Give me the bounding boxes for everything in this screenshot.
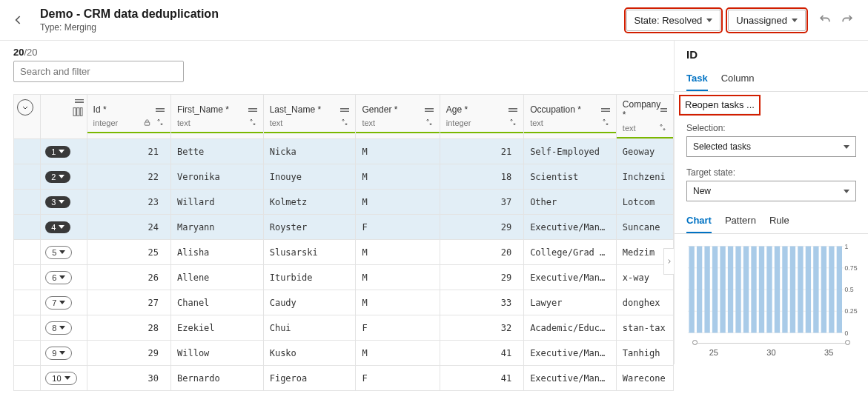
sort-icon[interactable] [340, 118, 349, 128]
cell-age[interactable]: 18 [440, 164, 523, 190]
cell-id[interactable]: 21 [87, 139, 170, 164]
cell-last-name[interactable]: Kolmetz [263, 190, 356, 215]
cell-id[interactable]: 26 [87, 265, 170, 290]
group-pill[interactable]: 1 [45, 146, 70, 158]
row-checkbox-cell[interactable] [14, 139, 41, 164]
cell-first-name[interactable]: Allene [170, 265, 263, 290]
group-pill[interactable]: 2 [45, 171, 70, 183]
cell-age[interactable]: 21 [440, 139, 523, 164]
column-header-first_name[interactable]: First_Name *text [170, 95, 263, 139]
cell-company[interactable]: Inchzeni [616, 164, 673, 190]
cell-last-name[interactable]: Inouye [263, 164, 356, 190]
column-menu-icon[interactable] [508, 108, 517, 112]
cell-age[interactable]: 41 [440, 366, 523, 391]
group-pill[interactable]: 7 [45, 296, 72, 310]
cell-id[interactable]: 29 [87, 341, 170, 366]
group-pill[interactable]: 4 [45, 221, 70, 233]
expand-all-icon[interactable] [17, 99, 33, 116]
cell-first-name[interactable]: Bernardo [170, 366, 263, 391]
cell-age[interactable]: 32 [440, 315, 523, 341]
row-checkbox-cell[interactable] [14, 341, 41, 366]
column-header-gender[interactable]: Gender *text [356, 95, 440, 139]
cell-first-name[interactable]: Maryann [170, 215, 263, 240]
undo-icon[interactable] [818, 12, 832, 29]
row-checkbox-cell[interactable] [14, 240, 41, 265]
row-checkbox-cell[interactable] [14, 215, 41, 240]
table-row[interactable]: 929WillowKuskoM41Executive/Man...Tanhigh [14, 341, 674, 366]
cell-gender[interactable]: M [356, 139, 440, 164]
cell-company[interactable]: Suncane [616, 215, 673, 240]
column-menu-icon[interactable] [156, 108, 165, 112]
search-input[interactable] [13, 61, 184, 82]
cell-occupation[interactable]: Lawyer [524, 290, 617, 315]
cell-company[interactable]: donghex [616, 290, 673, 315]
sort-icon[interactable] [248, 118, 257, 128]
row-checkbox-cell[interactable] [14, 190, 41, 215]
cell-last-name[interactable]: Chui [263, 315, 356, 341]
cell-gender[interactable]: M [356, 240, 440, 265]
column-header-company[interactable]: Company *text [616, 95, 673, 139]
sort-icon[interactable] [601, 118, 610, 128]
reopen-tasks-button[interactable]: Reopen tasks ... [680, 96, 759, 114]
cell-last-name[interactable]: Figeroa [263, 366, 356, 391]
column-menu-icon[interactable] [248, 108, 257, 112]
cell-gender[interactable]: M [356, 190, 440, 215]
sort-icon[interactable] [658, 123, 667, 133]
cell-gender[interactable]: F [356, 215, 440, 240]
row-checkbox-cell[interactable] [14, 164, 41, 190]
group-pill[interactable]: 10 [45, 372, 76, 385]
cell-occupation[interactable]: College/Grad ... [524, 240, 617, 265]
selection-dropdown[interactable]: Selected tasks [686, 136, 856, 157]
row-checkbox-cell[interactable] [14, 265, 41, 290]
cell-gender[interactable]: M [356, 265, 440, 290]
column-header-age[interactable]: Age *integer [440, 95, 523, 139]
cell-id[interactable]: 27 [87, 290, 170, 315]
column-menu-icon[interactable] [75, 99, 84, 103]
group-pill[interactable]: 6 [45, 271, 72, 284]
cell-occupation[interactable]: Executive/Man... [524, 215, 617, 240]
cell-id[interactable]: 22 [87, 164, 170, 190]
layout-icon[interactable] [72, 106, 84, 120]
cell-first-name[interactable]: Chanel [170, 290, 263, 315]
mini-tab-rule[interactable]: Rule [769, 210, 789, 233]
tab-task[interactable]: Task [686, 68, 708, 91]
cell-occupation[interactable]: Self-Employed [524, 139, 617, 164]
group-pill[interactable]: 5 [45, 246, 72, 259]
sort-icon[interactable] [425, 118, 434, 128]
row-checkbox-cell[interactable] [14, 315, 41, 341]
slider-handle-left[interactable] [692, 340, 698, 345]
cell-occupation[interactable]: Executive/Man... [524, 366, 617, 391]
cell-gender[interactable]: M [356, 164, 440, 190]
group-pill[interactable]: 3 [45, 196, 70, 208]
cell-gender[interactable]: F [356, 366, 440, 391]
expand-all-header[interactable] [14, 95, 41, 139]
cell-id[interactable]: 24 [87, 215, 170, 240]
table-row[interactable]: 121BetteNickaM21Self-EmployedGeoway [14, 139, 674, 164]
mini-tab-chart[interactable]: Chart [686, 210, 712, 233]
table-row[interactable]: 626AlleneIturbideM29Executive/Man...x-wa… [14, 265, 674, 290]
target-state-dropdown[interactable]: New [686, 181, 856, 201]
cell-last-name[interactable]: Caudy [263, 290, 356, 315]
cell-company[interactable]: Lotcom [616, 190, 673, 215]
cell-gender[interactable]: M [356, 341, 440, 366]
cell-company[interactable]: Warecone [616, 366, 673, 391]
sort-icon[interactable] [156, 118, 165, 128]
sort-icon[interactable] [508, 118, 517, 128]
cell-last-name[interactable]: Kusko [263, 341, 356, 366]
cell-gender[interactable]: M [356, 290, 440, 315]
cell-first-name[interactable]: Ezekiel [170, 315, 263, 341]
cell-id[interactable]: 25 [87, 240, 170, 265]
cell-occupation[interactable]: Scientist [524, 164, 617, 190]
cell-company[interactable]: Tanhigh [616, 341, 673, 366]
cell-id[interactable]: 23 [87, 190, 170, 215]
back-arrow-icon[interactable] [9, 10, 28, 30]
row-checkbox-cell[interactable] [14, 290, 41, 315]
assignee-dropdown[interactable]: Unassigned [728, 10, 806, 31]
cell-occupation[interactable]: Other [524, 190, 617, 215]
cell-age[interactable]: 29 [440, 265, 523, 290]
column-menu-icon[interactable] [425, 108, 434, 112]
cell-occupation[interactable]: Executive/Man... [524, 341, 617, 366]
group-pill[interactable]: 9 [45, 347, 72, 360]
cell-age[interactable]: 20 [440, 240, 523, 265]
mini-tab-pattern[interactable]: Pattern [725, 210, 756, 233]
